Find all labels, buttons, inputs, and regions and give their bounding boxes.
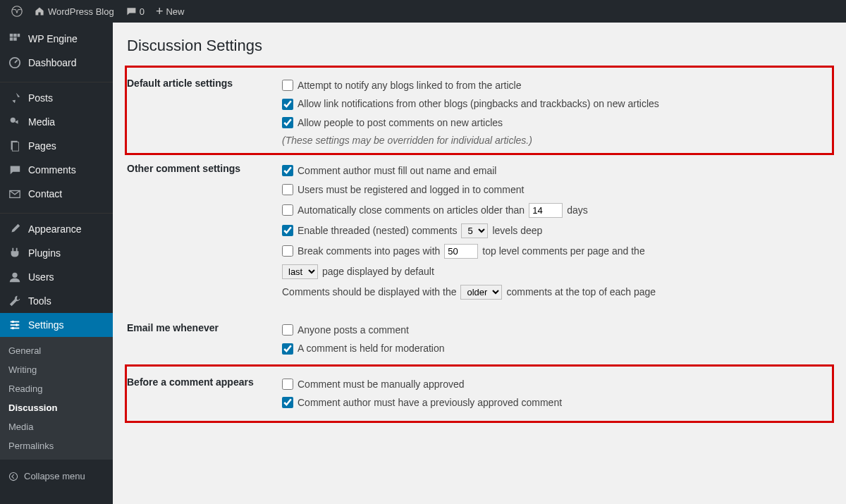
default-note: (These settings may be overridden for in…	[282, 135, 832, 146]
collapse-icon	[8, 472, 18, 481]
threaded-checkbox[interactable]	[282, 225, 293, 236]
svg-point-16	[16, 324, 18, 326]
sidebar-item-appearance[interactable]: Appearance	[0, 217, 113, 241]
other-opt1-row[interactable]: Comment author must fill out name and em…	[282, 163, 832, 178]
page-title: Discussion Settings	[127, 37, 832, 55]
collapse-menu-button[interactable]: Collapse menu	[0, 464, 113, 488]
svg-rect-9	[12, 142, 18, 152]
sidebar-item-plugins[interactable]: Plugins	[0, 241, 113, 265]
paginate-mid: top level comments per page and the	[482, 245, 644, 257]
other-opt2-row[interactable]: Users must be registered and logged in t…	[282, 182, 832, 197]
default-page-post: page displayed by default	[322, 266, 434, 277]
sidebar-item-media[interactable]: Media	[0, 110, 113, 134]
comment-icon	[125, 6, 137, 17]
new-button[interactable]: + New	[150, 0, 190, 23]
default-opt2-row[interactable]: Allow link notifications from other blog…	[282, 96, 832, 111]
auto-close-days-input[interactable]	[529, 203, 563, 218]
sidebar-item-contact[interactable]: Contact	[0, 182, 113, 206]
sidebar-item-users[interactable]: Users	[0, 265, 113, 289]
before-opt1-checkbox[interactable]	[282, 379, 293, 390]
mail-icon	[8, 188, 21, 200]
auto-close-post: days	[567, 204, 588, 216]
submenu-discussion[interactable]: Discussion	[0, 398, 113, 417]
threaded-post: levels deep	[492, 225, 542, 236]
before-opt2-checkbox[interactable]	[282, 397, 293, 408]
submenu-media[interactable]: Media	[0, 417, 113, 436]
comments-icon	[8, 164, 21, 176]
svg-rect-4	[10, 37, 13, 41]
svg-point-15	[12, 321, 15, 324]
sidebar-item-pages[interactable]: Pages	[0, 134, 113, 158]
brush-icon	[8, 223, 21, 235]
svg-point-11	[12, 273, 17, 278]
svg-point-17	[12, 327, 15, 330]
user-icon	[8, 271, 21, 283]
order-post: comments at the top of each page	[506, 286, 656, 297]
section-other-comment-heading: Other comment settings	[127, 153, 282, 312]
site-name-button[interactable]: WordPress Blog	[28, 0, 120, 23]
sidebar-item-wpengine[interactable]: WP Engine	[0, 27, 113, 51]
admin-toolbar: WordPress Blog 0 + New	[0, 0, 846, 23]
default-opt1-row[interactable]: Attempt to notify any blogs linked to fr…	[282, 78, 832, 93]
paginate-pre: Break comments into pages with	[298, 245, 440, 257]
sidebar-item-comments[interactable]: Comments	[0, 158, 113, 182]
svg-point-0	[12, 6, 22, 16]
main-content: Discussion Settings Default article sett…	[113, 23, 846, 504]
section-default-article-heading: Default article settings	[127, 68, 282, 153]
other-opt2-checkbox[interactable]	[282, 184, 293, 195]
plus-icon: +	[156, 5, 164, 18]
paginate-perpage-input[interactable]	[444, 244, 478, 259]
media-icon	[8, 116, 21, 128]
default-opt3-row[interactable]: Allow people to post comments on new art…	[282, 115, 832, 130]
auto-close-pre: Automatically close comments on articles…	[298, 204, 525, 216]
submenu-general[interactable]: General	[0, 341, 113, 360]
default-opt3-checkbox[interactable]	[282, 117, 293, 128]
before-opt2-row[interactable]: Comment author must have a previously ap…	[282, 395, 832, 410]
separator	[0, 78, 113, 82]
pin-icon	[8, 92, 21, 104]
sidebar-item-posts[interactable]: Posts	[0, 86, 113, 110]
plugin-icon	[8, 247, 21, 259]
email-opt2-checkbox[interactable]	[282, 343, 293, 355]
svg-rect-3	[18, 34, 20, 37]
settings-submenu: General Writing Reading Discussion Media…	[0, 337, 113, 460]
wpengine-icon	[8, 32, 21, 45]
sidebar-item-dashboard[interactable]: Dashboard	[0, 51, 113, 75]
wordpress-icon	[11, 6, 23, 17]
svg-point-7	[11, 118, 16, 123]
email-opt1-checkbox[interactable]	[282, 324, 293, 336]
svg-rect-5	[13, 37, 17, 41]
dashboard-icon	[8, 56, 21, 69]
default-page-select[interactable]: last	[282, 264, 318, 279]
submenu-permalinks[interactable]: Permalinks	[0, 436, 113, 455]
default-opt2-checkbox[interactable]	[282, 99, 293, 110]
new-label: New	[166, 6, 184, 17]
before-opt1-row[interactable]: Comment must be manually approved	[282, 376, 832, 392]
paginate-checkbox[interactable]	[282, 245, 293, 257]
wp-logo-button[interactable]	[6, 0, 28, 23]
site-name-label: WordPress Blog	[48, 6, 114, 17]
comment-order-select[interactable]: older	[460, 285, 502, 300]
svg-rect-2	[13, 34, 17, 37]
comment-count: 0	[140, 6, 145, 17]
email-opt2-row[interactable]: A comment is held for moderation	[282, 340, 832, 356]
svg-rect-1	[10, 34, 13, 37]
separator	[0, 209, 113, 214]
email-opt1-row[interactable]: Anyone posts a comment	[282, 322, 832, 338]
order-pre: Comments should be displayed with the	[282, 286, 456, 297]
admin-sidebar: WP Engine Dashboard Posts Media Pages Co…	[0, 23, 113, 504]
sidebar-item-tools[interactable]: Tools	[0, 289, 113, 313]
other-opt1-checkbox[interactable]	[282, 165, 293, 176]
section-before-heading: Before a comment appears	[127, 367, 282, 421]
svg-point-18	[9, 472, 17, 480]
sidebar-item-settings[interactable]: Settings	[0, 313, 113, 337]
threaded-levels-select[interactable]: 5	[461, 223, 488, 238]
auto-close-checkbox[interactable]	[282, 204, 293, 216]
comments-button[interactable]: 0	[120, 0, 150, 23]
threaded-pre: Enable threaded (nested) comments	[298, 225, 457, 236]
page-icon	[8, 140, 21, 152]
settings-icon	[8, 319, 21, 331]
submenu-writing[interactable]: Writing	[0, 360, 113, 379]
submenu-reading[interactable]: Reading	[0, 379, 113, 398]
default-opt1-checkbox[interactable]	[282, 80, 293, 91]
